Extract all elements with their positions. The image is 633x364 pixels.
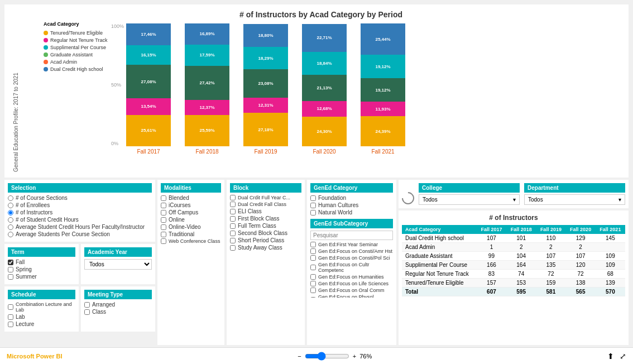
instructors-table-panel: # of Instructors Acad Category Fall 2017…	[399, 210, 629, 345]
zoom-slider[interactable]	[305, 352, 349, 361]
cb-study-away[interactable]	[230, 245, 236, 251]
mod-traditional[interactable]: Traditional	[161, 231, 221, 237]
checkbox-lab[interactable]	[8, 314, 13, 320]
checkbox-spring[interactable]	[8, 267, 13, 272]
cb-dual-fall[interactable]	[230, 202, 236, 207]
radio-student-credit-hours[interactable]: # of Student Credit Hours	[8, 217, 152, 223]
department-dropdown[interactable]: Todos ▾	[524, 194, 625, 205]
cb-consti-pol[interactable]	[310, 255, 316, 261]
gened-human-cultures[interactable]: Human Cultures	[310, 202, 393, 208]
block-second[interactable]: Second Block Class	[230, 230, 301, 236]
gened-sub-cultr[interactable]: Gen Ed:Focus on Cultr Competenc	[310, 262, 393, 273]
cb-first[interactable]	[230, 216, 236, 222]
checkbox-lecture[interactable]	[8, 322, 13, 327]
mod-online-video[interactable]: Online-Video	[161, 224, 221, 230]
col-header-acad-cat: Acad Category	[402, 225, 477, 234]
term-summer[interactable]: Summer	[8, 274, 75, 280]
zoom-plus-icon[interactable]: +	[353, 353, 356, 360]
cb-dual-full[interactable]	[230, 195, 236, 200]
term-fall[interactable]: Fall	[8, 259, 75, 265]
cb-web-conf[interactable]	[161, 238, 166, 244]
bar-seg-f2021-dual: 25,44%	[361, 23, 405, 55]
block-short[interactable]: Short Period Class	[230, 237, 301, 243]
radio-input-student-credit-hours[interactable]	[8, 217, 13, 223]
cb-natural-world[interactable]	[310, 210, 316, 215]
checkbox-arranged[interactable]	[84, 302, 90, 308]
legend-label-regular: Regular Not Tenure Track	[50, 37, 107, 43]
powerbi-link[interactable]: Microsoft Power BI	[7, 353, 63, 360]
legend-header: Acad Category	[44, 21, 107, 27]
cb-online[interactable]	[161, 217, 166, 223]
schedule-combo[interactable]: Combination Lecture and Lab	[8, 301, 75, 313]
mod-icourses[interactable]: iCourses	[161, 202, 221, 208]
cb-blended[interactable]	[161, 195, 166, 201]
cb-short[interactable]	[230, 238, 236, 243]
checkbox-class[interactable]	[84, 309, 90, 315]
term-spring[interactable]: Spring	[8, 266, 75, 272]
radio-input-course-sections[interactable]	[8, 195, 13, 201]
checkbox-fall[interactable]	[8, 260, 13, 265]
cb-human-cultures[interactable]	[310, 203, 316, 208]
legend-item-graduate: Graduate Assistant	[44, 52, 107, 58]
cb-full-term[interactable]	[230, 223, 236, 229]
radio-avg-students[interactable]: Average Students Per Course Section	[8, 231, 152, 237]
checkbox-combo-lecture[interactable]	[8, 304, 13, 310]
gened-natural-world[interactable]: Natural World	[310, 209, 393, 215]
gened-sub-oral-comm[interactable]: Gen Ed:Focus on Oral Comm	[310, 288, 393, 293]
block-first[interactable]: First Block Class	[230, 215, 301, 222]
cb-oral-comm[interactable]	[310, 288, 316, 293]
cb-cultr[interactable]	[310, 265, 316, 270]
gened-subcategory-search[interactable]	[310, 231, 393, 240]
schedule-lecture[interactable]: Lecture	[8, 321, 75, 327]
gened-sub-first-year[interactable]: Gen Ed:First Year Seminar	[310, 242, 393, 247]
radio-input-instructors[interactable]	[8, 210, 13, 215]
cb-off-campus[interactable]	[161, 210, 166, 215]
block-eli[interactable]: ELI Class	[230, 208, 301, 214]
cb-second[interactable]	[230, 231, 236, 236]
cb-icourses[interactable]	[161, 203, 166, 208]
college-dropdown[interactable]: Todos ▾	[419, 194, 520, 205]
refresh-container	[402, 183, 414, 204]
block-full-term[interactable]: Full Term Class	[230, 223, 301, 229]
gened-sub-consti-pol[interactable]: Gen Ed:Focus on Consti/Pol Sci	[310, 255, 393, 261]
mod-web-conf[interactable]: Web Conference Class	[161, 238, 221, 244]
radio-input-avg-students[interactable]	[8, 232, 13, 237]
gened-sub-life-sci[interactable]: Gen Ed:Focus on Life Sciences	[310, 281, 393, 286]
radio-avg-credit-hours[interactable]: Average Student Credit Hours Per Faculty…	[8, 224, 152, 230]
schedule-lab[interactable]: Lab	[8, 314, 75, 320]
cb-physol[interactable]	[310, 297, 316, 298]
radio-input-enrollees[interactable]	[8, 203, 13, 208]
meeting-class[interactable]: Class	[84, 309, 152, 315]
cb-life-sci[interactable]	[310, 281, 316, 286]
gened-sub-consti-amr[interactable]: Gen Ed:Focus on Consti/Amr Hst	[310, 248, 393, 254]
refresh-icon[interactable]	[399, 189, 416, 207]
academic-year-select[interactable]: Todos	[84, 259, 152, 270]
gened-sub-physol[interactable]: Gen Ed:Focus on Physol Science	[310, 294, 393, 298]
legend-dot-supplimental	[44, 45, 48, 50]
cb-foundation[interactable]	[310, 195, 316, 201]
zoom-minus-icon[interactable]: −	[298, 353, 301, 360]
cb-online-video[interactable]	[161, 224, 166, 230]
table-cell-category: Tenured/Tenure Eligible	[402, 279, 477, 288]
mod-online[interactable]: Online	[161, 217, 221, 223]
cb-first-year-sem[interactable]	[310, 242, 316, 247]
fullscreen-icon[interactable]: ⤢	[620, 352, 626, 361]
block-dual-fall[interactable]: Dual Credit Fall Class	[230, 202, 301, 207]
cb-eli[interactable]	[230, 209, 236, 214]
meeting-arranged[interactable]: Arranged	[84, 301, 152, 308]
mod-blended[interactable]: Blended	[161, 195, 221, 201]
gened-sub-humanities[interactable]: Gen Ed:Focus on Humanities	[310, 274, 393, 280]
block-dual-full[interactable]: Dual Crdit Full Year C...	[230, 195, 301, 200]
radio-course-sections[interactable]: # of Course Sections	[8, 195, 152, 201]
cb-humanities[interactable]	[310, 274, 316, 280]
share-icon[interactable]: ⬆	[607, 352, 614, 361]
radio-input-avg-credit-hours[interactable]	[8, 224, 13, 230]
cb-traditional[interactable]	[161, 232, 166, 237]
cb-consti-amr[interactable]	[310, 248, 316, 254]
block-study-away[interactable]: Study Away Class	[230, 245, 301, 251]
gened-foundation[interactable]: Foundation	[310, 195, 393, 201]
radio-instructors[interactable]: # of Instructors	[8, 209, 152, 215]
mod-off-campus[interactable]: Off Campus	[161, 209, 221, 215]
radio-enrollees[interactable]: # of Enrollees	[8, 202, 152, 208]
checkbox-summer[interactable]	[8, 274, 13, 280]
